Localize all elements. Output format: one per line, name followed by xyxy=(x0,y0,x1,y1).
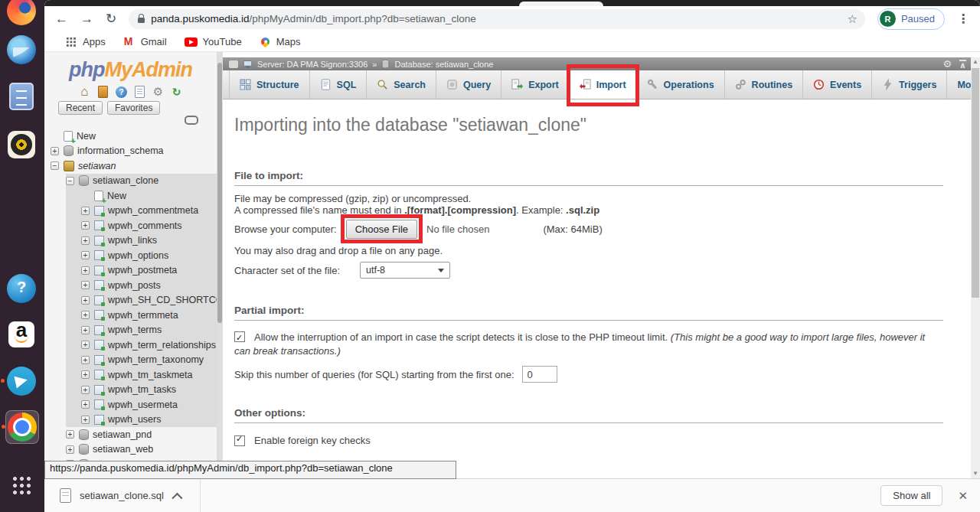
tree-item-wpwh_usermeta[interactable]: +wpwh_usermeta xyxy=(66,397,217,413)
bookmark-apps[interactable]: Apps xyxy=(64,35,106,48)
phpmyadmin-logo[interactable]: phpMyAdmin xyxy=(44,58,217,82)
tree-item-wpwh_term_taxonomy[interactable]: +wpwh_term_taxonomy xyxy=(66,353,217,368)
dock-item-help[interactable] xyxy=(5,272,38,305)
bookmark-youtube[interactable]: YouTube xyxy=(185,36,242,47)
tree-item-setiawan_pnd[interactable]: +setiawan_pnd xyxy=(44,427,217,442)
dock-item-files[interactable] xyxy=(5,80,38,113)
phpmyadmin-doc-icon[interactable]: ? xyxy=(116,86,127,98)
show-all-button[interactable]: Show all xyxy=(880,485,942,506)
forward-icon[interactable]: → xyxy=(80,12,93,25)
tree-item-setiawan_clone[interactable]: −setiawan_clone xyxy=(66,174,217,189)
tab-triggers[interactable]: Triggers xyxy=(872,70,947,99)
tree-item-wpwh_users[interactable]: +wpwh_users xyxy=(66,413,217,428)
settings-gear-icon[interactable]: ⚙ xyxy=(152,86,165,99)
sql-doc-icon[interactable] xyxy=(135,86,145,98)
address-bar[interactable]: panda.puskomedia.id/phpMyAdmin/db_import… xyxy=(129,9,865,29)
skip-queries-input[interactable] xyxy=(522,366,557,383)
recent-button[interactable]: Recent xyxy=(58,101,103,115)
charset-select[interactable]: utf-8 xyxy=(360,262,450,279)
collapse-panel-icon[interactable]: ∧ xyxy=(959,60,966,69)
collapse-icon[interactable]: − xyxy=(51,161,59,170)
bookmark-gmail[interactable]: Gmail xyxy=(123,35,167,47)
sidebar-scrollbar[interactable] xyxy=(217,52,223,478)
url-text[interactable]: panda.puskomedia.id/phpMyAdmin/db_import… xyxy=(151,13,475,24)
tree-item-wpwh_postmeta[interactable]: +wpwh_postmeta xyxy=(66,263,217,279)
breadcrumb-database[interactable]: Database: setiawan_clone xyxy=(394,60,493,69)
dock-item-chrome[interactable] xyxy=(5,410,39,444)
dock-item-telegram[interactable] xyxy=(5,365,38,397)
bookmark-star-icon[interactable]: ☆ xyxy=(847,12,857,26)
foreign-key-checkbox[interactable] xyxy=(234,435,245,446)
refresh-nav-icon[interactable]: ↻ xyxy=(170,86,183,99)
breadcrumb-server[interactable]: Server: DA PMA Signon:3306 xyxy=(257,60,368,69)
expand-icon[interactable]: + xyxy=(81,236,90,245)
tree-item-wpwh_termmeta[interactable]: +wpwh_termmeta xyxy=(66,308,217,323)
bookmark-maps[interactable]: Maps xyxy=(260,36,301,47)
tab-sql[interactable]: SQL xyxy=(310,70,368,99)
dock-item-firefox[interactable] xyxy=(5,0,38,27)
expand-icon[interactable]: + xyxy=(66,445,74,454)
allow-interrupt-checkbox[interactable] xyxy=(234,331,245,342)
expand-icon[interactable]: + xyxy=(81,311,90,319)
close-downloads-icon[interactable]: ✕ xyxy=(958,489,968,503)
console-icon[interactable] xyxy=(229,60,238,68)
link-icon[interactable] xyxy=(185,116,198,125)
tab-operations[interactable]: Operations xyxy=(637,70,725,99)
dock-item-libreoffice-writer[interactable] xyxy=(5,175,38,207)
expand-icon[interactable]: + xyxy=(81,386,90,394)
expand-icon[interactable]: + xyxy=(81,296,90,305)
tree-item-wpwh_tm_tasks[interactable]: +wpwh_tm_tasks xyxy=(66,383,217,398)
tree-item-New[interactable]: New xyxy=(66,188,217,204)
tree-item-wpwh_term_relationships[interactable]: +wpwh_term_relationships xyxy=(66,338,217,353)
scroll-down-icon[interactable]: ▼ xyxy=(971,469,980,478)
tab-events[interactable]: Events xyxy=(803,70,872,99)
browser-tab-strip[interactable] xyxy=(44,0,980,6)
expand-icon[interactable]: + xyxy=(51,147,59,155)
tree-item-wpwh_links[interactable]: +wpwh_links xyxy=(66,233,217,249)
expand-icon[interactable]: + xyxy=(81,281,90,289)
dock-item-thunderbird[interactable] xyxy=(5,34,38,66)
expand-icon[interactable]: + xyxy=(81,221,90,230)
dock-item-rhythmbox[interactable] xyxy=(5,129,38,161)
tree-item-wpwh_comments[interactable]: +wpwh_comments xyxy=(66,218,217,233)
page-scrollbar[interactable]: ▲ ▼ xyxy=(971,57,980,478)
expand-icon[interactable]: + xyxy=(66,430,74,439)
page-scroll-thumb[interactable] xyxy=(972,68,979,298)
home-icon[interactable]: ⌂ xyxy=(78,86,91,99)
collapse-icon[interactable]: − xyxy=(66,177,74,185)
reload-icon[interactable]: ↻ xyxy=(106,12,116,25)
scroll-up-icon[interactable]: ▲ xyxy=(971,57,980,67)
tab-structure[interactable]: Structure xyxy=(229,70,310,99)
tree-item-wpwh_options[interactable]: +wpwh_options xyxy=(66,248,217,263)
choose-file-button[interactable]: Choose File xyxy=(346,220,417,239)
expand-icon[interactable]: + xyxy=(81,370,90,379)
tab-query[interactable]: Query xyxy=(436,70,501,99)
expand-icon[interactable]: + xyxy=(81,400,90,409)
tree-item-setiawan[interactable]: −setiawan xyxy=(44,158,217,174)
tree-item-wpwh_terms[interactable]: +wpwh_terms xyxy=(66,323,217,338)
dock-item-amazon[interactable] xyxy=(5,318,38,351)
dock-item-app-grid[interactable] xyxy=(5,469,38,501)
download-menu-caret-icon[interactable] xyxy=(172,492,182,503)
dock-item-ubuntu-software[interactable] xyxy=(5,223,38,255)
expand-icon[interactable]: + xyxy=(81,341,90,349)
sidebar-scroll-thumb[interactable] xyxy=(217,63,222,323)
tab-import[interactable]: Import xyxy=(570,70,637,99)
profile-chip[interactable]: R Paused xyxy=(877,8,945,30)
tree-item-setiawan_web[interactable]: +setiawan_web xyxy=(44,442,217,458)
expand-icon[interactable]: + xyxy=(81,266,90,275)
tab-export[interactable]: Export xyxy=(501,70,570,99)
expand-icon[interactable]: + xyxy=(81,416,90,424)
download-item[interactable]: setiawan_clone.sql xyxy=(60,488,180,503)
tree-item-wpwh_posts[interactable]: +wpwh_posts xyxy=(66,278,217,293)
tree-item-wpwh_SH_CD_SHORTCO[interactable]: +wpwh_SH_CD_SHORTCO xyxy=(66,293,217,308)
logout-icon[interactable] xyxy=(98,86,108,98)
tab-routines[interactable]: Routines xyxy=(725,70,803,99)
lock-icon[interactable] xyxy=(138,18,145,23)
page-settings-gear-icon[interactable]: ⚙ xyxy=(942,58,952,70)
expand-icon[interactable]: + xyxy=(81,207,90,215)
tab-search[interactable]: Search xyxy=(367,70,436,99)
browser-menu-icon[interactable]: ⋮ xyxy=(957,11,969,26)
expand-icon[interactable]: + xyxy=(81,326,90,334)
tree-item-wpwh_tm_taskmeta[interactable]: +wpwh_tm_taskmeta xyxy=(66,367,217,383)
